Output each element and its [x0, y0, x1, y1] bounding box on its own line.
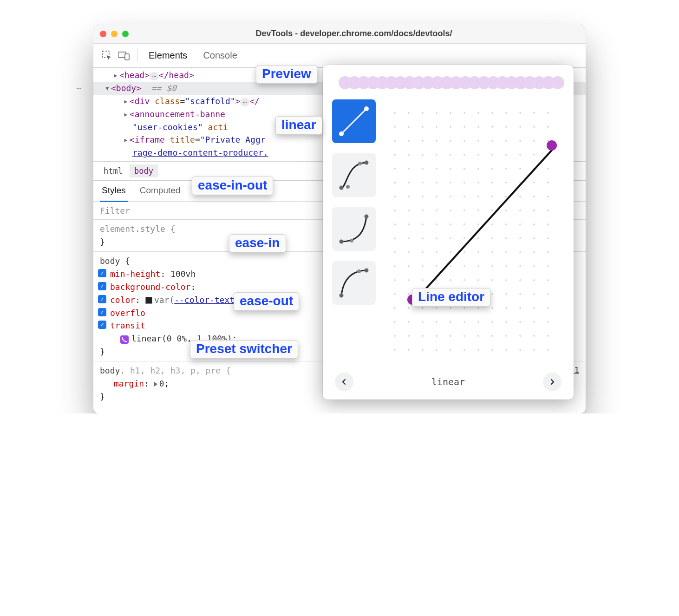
styletab-styles[interactable]: Styles: [101, 181, 127, 201]
preset-ease-out[interactable]: [332, 261, 376, 305]
svg-line-15: [412, 147, 555, 303]
svg-point-7: [346, 185, 350, 189]
window-title: DevTools - developer.chrome.com/docs/dev…: [129, 29, 579, 39]
preset-linear[interactable]: [332, 99, 376, 143]
svg-point-10: [365, 215, 369, 219]
svg-point-13: [365, 269, 369, 273]
ellipsis-badge[interactable]: ⋯: [150, 72, 159, 80]
svg-point-4: [364, 106, 369, 111]
svg-point-8: [358, 162, 362, 165]
svg-point-6: [365, 161, 369, 165]
filter-placeholder: Filter: [100, 206, 130, 216]
preset-ease-in-out[interactable]: [332, 153, 376, 197]
checkbox-icon[interactable]: [98, 282, 106, 290]
crumb-html[interactable]: html: [99, 164, 127, 177]
svg-point-3: [339, 131, 344, 136]
prev-preset-button[interactable]: [335, 373, 353, 391]
preset-column: [332, 99, 376, 365]
tab-elements[interactable]: Elements: [147, 46, 189, 66]
callout-ease-in: ease-in: [229, 234, 286, 253]
titlebar: DevTools - developer.chrome.com/docs/dev…: [93, 24, 586, 44]
expand-shorthand-icon[interactable]: [154, 382, 157, 387]
checkbox-icon[interactable]: [98, 321, 106, 329]
color-swatch-icon[interactable]: [145, 297, 152, 304]
svg-point-12: [340, 294, 344, 298]
callout-linear: linear: [275, 116, 322, 135]
checkbox-icon[interactable]: [98, 269, 106, 277]
callout-ease-in-out: ease-in-out: [192, 177, 273, 195]
svg-point-5: [340, 186, 344, 190]
preset-switcher: linear: [332, 373, 564, 391]
inspect-icon[interactable]: [101, 49, 114, 62]
callout-preset-switcher: Preset switcher: [190, 340, 298, 359]
minimize-window-button[interactable]: [111, 31, 118, 37]
callout-ease-out: ease-out: [234, 292, 299, 311]
easing-curve-editor[interactable]: [384, 99, 564, 365]
easing-preview-strip: [332, 73, 564, 92]
easing-badge-icon[interactable]: [120, 335, 129, 344]
svg-point-9: [340, 240, 344, 244]
styletab-computed[interactable]: Computed: [139, 181, 182, 201]
callout-line-editor: Line editor: [412, 288, 490, 307]
current-preset-name: linear: [431, 376, 465, 387]
checkbox-icon[interactable]: [98, 308, 106, 316]
toolbar-separator: [137, 49, 137, 62]
window-controls: [100, 31, 129, 37]
checkbox-icon[interactable]: [98, 295, 106, 303]
tab-console[interactable]: Console: [201, 46, 239, 66]
device-toolbar-icon[interactable]: [118, 49, 131, 62]
close-window-button[interactable]: [100, 31, 106, 37]
main-toolbar: Elements Console: [93, 44, 586, 68]
easing-editor-popover: linear: [323, 65, 574, 400]
callout-preview: Preview: [256, 65, 317, 84]
curve-handle-end[interactable]: [547, 140, 557, 151]
crumb-body[interactable]: body: [130, 164, 158, 177]
zoom-window-button[interactable]: [122, 31, 129, 37]
svg-rect-2: [125, 54, 129, 60]
preset-ease-in[interactable]: [332, 207, 376, 251]
panel-tabs: Elements Console: [147, 46, 239, 66]
svg-point-14: [357, 269, 361, 273]
next-preset-button[interactable]: [543, 373, 561, 391]
devtools-window: DevTools - developer.chrome.com/docs/dev…: [93, 24, 586, 413]
svg-point-11: [350, 239, 353, 242]
